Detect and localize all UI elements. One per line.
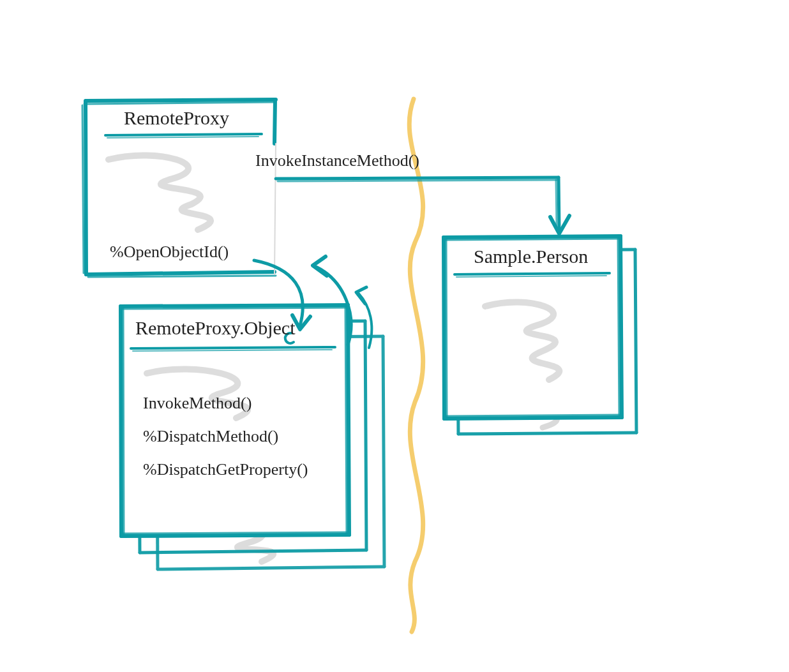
diagram-canvas: RemoteProxy %OpenObjectId() (0, 0, 789, 672)
box-remote-proxy-object-stack: RemoteProxy.Object InvokeMethod() %Dispa… (121, 305, 384, 569)
box-remote-proxy-object: RemoteProxy.Object InvokeMethod() %Dispa… (121, 305, 349, 536)
rpo-method-0: InvokeMethod() (143, 394, 252, 412)
edge-invoke-instance-label: InvokeInstanceMethod() (255, 151, 419, 170)
box-sample-person-title: Sample.Person (474, 246, 588, 267)
box-sample-person: Sample.Person (444, 236, 622, 419)
box-remote-proxy: RemoteProxy %OpenObjectId() (82, 100, 276, 277)
box-sample-person-stack: Sample.Person (444, 236, 636, 434)
box-remote-proxy-title: RemoteProxy (124, 107, 229, 128)
remote-proxy-method-0: %OpenObjectId() (110, 243, 229, 261)
rpo-method-1: %DispatchMethod() (143, 427, 278, 445)
box-remote-proxy-object-title: RemoteProxy.Object (135, 317, 296, 338)
rpo-method-2: %DispatchGetProperty() (143, 460, 308, 479)
edge-invoke-instance: InvokeInstanceMethod() (255, 151, 569, 234)
